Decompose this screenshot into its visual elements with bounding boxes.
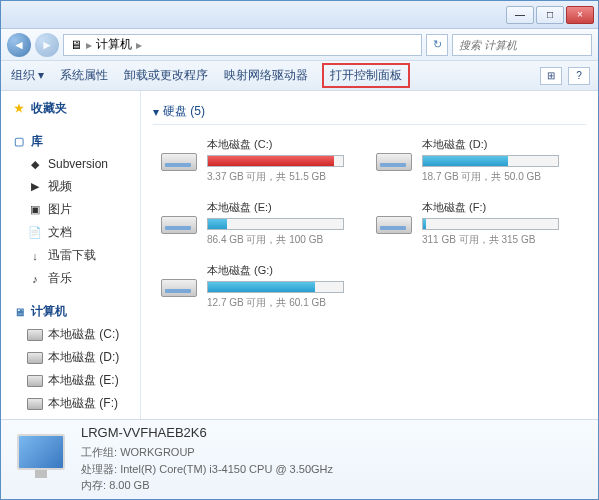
chevron-down-icon: ▾: [153, 105, 159, 119]
drive-item[interactable]: 本地磁盘 (F:)311 GB 可用，共 315 GB: [368, 196, 563, 251]
hard-drive-icon: [372, 137, 414, 175]
library-item-icon: ◆: [27, 156, 43, 172]
sidebar-drive-item[interactable]: 本地磁盘 (C:): [1, 323, 140, 346]
library-item-icon: ♪: [27, 271, 43, 287]
chevron-right-icon: ▸: [136, 38, 142, 52]
sidebar-library-item[interactable]: ♪音乐: [1, 267, 140, 290]
titlebar: — □ ×: [1, 1, 598, 29]
sidebar-drive-label: 本地磁盘 (F:): [48, 395, 118, 412]
drives-group-header[interactable]: ▾ 硬盘 (5): [153, 99, 586, 125]
sidebar-library-item[interactable]: 📄文档: [1, 221, 140, 244]
minimize-button[interactable]: —: [506, 6, 534, 24]
sidebar-library-item[interactable]: ▶视频: [1, 175, 140, 198]
drive-usage-bar: [207, 281, 344, 293]
chevron-right-icon: ▸: [86, 38, 92, 52]
drive-item[interactable]: 本地磁盘 (D:)18.7 GB 可用，共 50.0 GB: [368, 133, 563, 188]
sidebar-drive-label: 本地磁盘 (C:): [48, 326, 119, 343]
sidebar-favorites-header[interactable]: ★ 收藏夹: [1, 97, 140, 120]
drive-name: 本地磁盘 (E:): [207, 200, 344, 215]
toolbar-map-network-drive[interactable]: 映射网络驱动器: [222, 63, 310, 88]
library-item-label: 图片: [48, 201, 72, 218]
organize-menu[interactable]: 组织 ▾: [9, 63, 46, 88]
sidebar-computer-label: 计算机: [31, 303, 67, 320]
drive-info: 本地磁盘 (C:)3.37 GB 可用，共 51.5 GB: [207, 137, 344, 184]
cpu-value: Intel(R) Core(TM) i3-4150 CPU @ 3.50GHz: [120, 463, 333, 475]
address-bar[interactable]: 🖥 ▸ 计算机 ▸: [63, 34, 422, 56]
drive-name: 本地磁盘 (F:): [422, 200, 559, 215]
drive-free-text: 311 GB 可用，共 315 GB: [422, 233, 559, 247]
drive-icon: [27, 352, 43, 364]
library-icon: ▢: [11, 134, 27, 150]
sidebar-drive-label: 本地磁盘 (D:): [48, 349, 119, 366]
library-item-icon: 📄: [27, 225, 43, 241]
view-options-button[interactable]: ⊞: [540, 67, 562, 85]
maximize-button[interactable]: □: [536, 6, 564, 24]
help-button[interactable]: ?: [568, 67, 590, 85]
details-text: LRGM-VVFHAEB2K6 工作组: WORKGROUP 处理器: Inte…: [81, 425, 333, 494]
drive-name: 本地磁盘 (C:): [207, 137, 344, 152]
hard-drive-icon: [372, 200, 414, 238]
drive-item[interactable]: 本地磁盘 (G:)12.7 GB 可用，共 60.1 GB: [153, 259, 348, 314]
main-content: ▾ 硬盘 (5) 本地磁盘 (C:)3.37 GB 可用，共 51.5 GB本地…: [141, 91, 598, 419]
library-item-icon: ▶: [27, 179, 43, 195]
hard-drive-icon: [157, 137, 199, 175]
drive-info: 本地磁盘 (D:)18.7 GB 可用，共 50.0 GB: [422, 137, 559, 184]
library-item-icon: ↓: [27, 248, 43, 264]
sidebar-drive-item[interactable]: 本地磁盘 (D:): [1, 346, 140, 369]
sidebar-computer-header[interactable]: 🖥 计算机: [1, 300, 140, 323]
workgroup-value: WORKGROUP: [120, 446, 195, 458]
sidebar-libraries-label: 库: [31, 133, 43, 150]
sidebar-library-item[interactable]: ↓迅雷下载: [1, 244, 140, 267]
drives-group-label: 硬盘 (5): [163, 103, 205, 120]
explorer-window: — □ × ◄ ► 🖥 ▸ 计算机 ▸ ↻ 组织 ▾ 系统属性 卸载或更改程序 …: [0, 0, 599, 500]
drive-info: 本地磁盘 (F:)311 GB 可用，共 315 GB: [422, 200, 559, 247]
drive-usage-bar: [207, 155, 344, 167]
details-pane: LRGM-VVFHAEB2K6 工作组: WORKGROUP 处理器: Inte…: [1, 419, 598, 499]
sidebar-libraries-header[interactable]: ▢ 库: [1, 130, 140, 153]
toolbar-open-control-panel[interactable]: 打开控制面板: [322, 63, 410, 88]
sidebar-favorites-label: 收藏夹: [31, 100, 67, 117]
location-text: 计算机: [96, 36, 132, 53]
sidebar: ★ 收藏夹 ▢ 库 ◆Subversion▶视频▣图片📄文档↓迅雷下载♪音乐 🖥…: [1, 91, 141, 419]
drive-free-text: 86.4 GB 可用，共 100 GB: [207, 233, 344, 247]
library-item-label: Subversion: [48, 157, 108, 171]
back-button[interactable]: ◄: [7, 33, 31, 57]
forward-button[interactable]: ►: [35, 33, 59, 57]
toolbar-uninstall-programs[interactable]: 卸载或更改程序: [122, 63, 210, 88]
refresh-button[interactable]: ↻: [426, 34, 448, 56]
drive-name: 本地磁盘 (G:): [207, 263, 344, 278]
body: ★ 收藏夹 ▢ 库 ◆Subversion▶视频▣图片📄文档↓迅雷下载♪音乐 🖥…: [1, 91, 598, 419]
computer-large-icon: [13, 432, 69, 488]
sidebar-library-item[interactable]: ▣图片: [1, 198, 140, 221]
computer-icon: 🖥: [11, 304, 27, 320]
library-item-label: 文档: [48, 224, 72, 241]
sidebar-drive-item[interactable]: 本地磁盘 (E:): [1, 369, 140, 392]
drive-free-text: 18.7 GB 可用，共 50.0 GB: [422, 170, 559, 184]
toolbar-system-properties[interactable]: 系统属性: [58, 63, 110, 88]
library-item-icon: ▣: [27, 202, 43, 218]
drive-usage-bar: [207, 218, 344, 230]
sidebar-drive-item[interactable]: 本地磁盘 (F:): [1, 392, 140, 415]
toolbar: 组织 ▾ 系统属性 卸载或更改程序 映射网络驱动器 打开控制面板 ⊞ ?: [1, 61, 598, 91]
star-icon: ★: [11, 101, 27, 117]
drive-free-text: 12.7 GB 可用，共 60.1 GB: [207, 296, 344, 310]
drive-item[interactable]: 本地磁盘 (E:)86.4 GB 可用，共 100 GB: [153, 196, 348, 251]
drive-usage-bar: [422, 218, 559, 230]
drive-info: 本地磁盘 (E:)86.4 GB 可用，共 100 GB: [207, 200, 344, 247]
close-button[interactable]: ×: [566, 6, 594, 24]
memory-value: 8.00 GB: [109, 479, 149, 491]
drive-name: 本地磁盘 (D:): [422, 137, 559, 152]
sidebar-library-item[interactable]: ◆Subversion: [1, 153, 140, 175]
computer-icon: 🖥: [70, 38, 82, 52]
memory-label: 内存:: [81, 479, 106, 491]
library-item-label: 迅雷下载: [48, 247, 96, 264]
drive-free-text: 3.37 GB 可用，共 51.5 GB: [207, 170, 344, 184]
sidebar-drive-label: 本地磁盘 (E:): [48, 372, 119, 389]
drive-item[interactable]: 本地磁盘 (C:)3.37 GB 可用，共 51.5 GB: [153, 133, 348, 188]
drive-icon: [27, 329, 43, 341]
drive-usage-bar: [422, 155, 559, 167]
drive-icon: [27, 398, 43, 410]
search-input[interactable]: [452, 34, 592, 56]
toolbar-right: ⊞ ?: [540, 67, 590, 85]
workgroup-label: 工作组:: [81, 446, 117, 458]
